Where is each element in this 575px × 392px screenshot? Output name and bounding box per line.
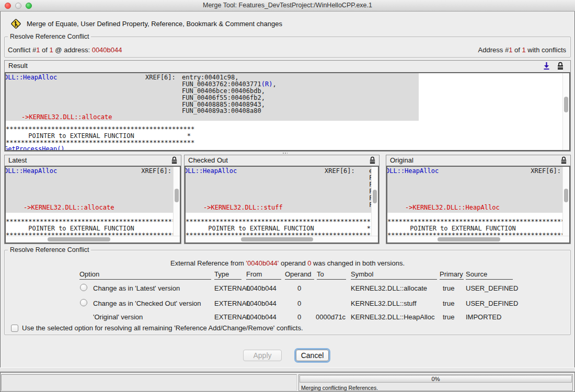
column-to: To <box>317 270 346 280</box>
original-vertical-scrollbar[interactable] <box>562 167 569 236</box>
latest-horizontal-scrollbar[interactable] <box>6 236 180 243</box>
xref-label: XREF[6]: <box>325 168 355 175</box>
lock-icon[interactable] <box>557 62 564 70</box>
apply-to-all-checkbox[interactable] <box>11 325 18 332</box>
goto-download-icon[interactable] <box>543 62 550 70</box>
merge-progress-bar: 0% <box>300 375 572 383</box>
reference-line: ->KERNEL32.DLL::HeapAlloc <box>405 204 500 211</box>
checked-out-horizontal-scrollbar[interactable] <box>186 236 378 243</box>
listing-symbol: DLL::HeapAlloc <box>5 74 57 81</box>
reference-line: ->KERNEL32.DLL::allocate <box>21 114 112 121</box>
address-counter: Address #1 of 1 with conflicts <box>478 46 566 54</box>
merge-tool-window: { "window": { "title": "Merge Tool: Feat… <box>0 0 575 392</box>
column-operand: Operand <box>285 270 314 280</box>
checked-out-listing: DLL::HeapAlloc XREF[6]: e F F F F F ->KE… <box>185 166 379 244</box>
merge-warning-icon <box>10 18 21 29</box>
reference-line: ->KERNEL32.DLL::allocate <box>24 204 114 211</box>
latest-listing: DLL::HeapAlloc XREF[6]: ->KERNEL32.DLL::… <box>5 166 181 244</box>
xref-label: XREF[6]: <box>141 168 171 175</box>
column-option: Option <box>79 270 211 280</box>
checked-out-panel: Checked Out DLL::HeapAlloc XREF[6]: e F … <box>184 155 380 244</box>
reference-line: ->KERNEL32.DLL::stuff <box>203 204 283 211</box>
column-source: Source <box>466 270 513 280</box>
result-listing: DLL::HeapAlloc XREF[6]: entry:00401c98, … <box>5 72 570 151</box>
splitter-handle[interactable] <box>282 152 288 154</box>
listing-footer-symbol: GetProcessHeap() <box>5 146 65 151</box>
checked-out-option-radio[interactable] <box>80 299 87 306</box>
title-bar: Merge Tool: Features_DevTestProject:/Win… <box>0 0 575 11</box>
status-message: Merging conflicting References. <box>301 385 378 391</box>
merge-phase-label: Merge of Equate, User Defined Property, … <box>27 20 282 28</box>
resolve-groupbox-title: Resolve Reference Conflict <box>8 246 91 253</box>
merge-phase-header: Merge of Equate, User Defined Property, … <box>10 18 282 29</box>
column-symbol: Symbol <box>351 270 437 280</box>
latest-vertical-scrollbar[interactable] <box>173 167 180 236</box>
column-option: Type <box>214 270 242 280</box>
apply-to-all-row: Use the selected option for resolving al… <box>11 324 303 332</box>
apply-to-all-label: Use the selected option for resolving al… <box>22 324 303 332</box>
status-left-panel <box>1 374 297 391</box>
lock-icon[interactable] <box>171 156 178 164</box>
checked-out-panel-title: Checked Out <box>188 156 228 164</box>
latest-option-radio[interactable] <box>80 284 87 291</box>
conflict-description: External Reference from '0040b044' opera… <box>5 259 570 267</box>
window-title: Merge Tool: Features_DevTestProject:/Win… <box>0 2 575 9</box>
conflict-groupbox-title: Resolve Reference Conflict <box>8 33 91 40</box>
cancel-button[interactable]: Cancel <box>296 350 329 361</box>
apply-button[interactable]: Apply <box>243 350 282 361</box>
column-from: From <box>246 270 281 280</box>
xref-label: XREF[6]: <box>531 168 561 175</box>
original-panel-title: Original <box>390 156 413 164</box>
conflict-info-groupbox: Resolve Reference Conflict Conflict #1 o… <box>4 37 571 57</box>
xref-line: FUN_004089a3:00408a80 <box>182 108 261 114</box>
result-vertical-scrollbar[interactable] <box>562 73 569 150</box>
column-primary: Primary <box>440 270 464 280</box>
latest-panel-title: Latest <box>8 156 27 164</box>
result-panel: Result DLL::HeapAlloc XREF[6]: entry:004… <box>4 60 571 152</box>
original-horizontal-scrollbar[interactable] <box>387 236 569 243</box>
resolve-options-groupbox: Resolve Reference Conflict External Refe… <box>4 250 571 335</box>
status-right-panel: 0% Merging conflicting References. <box>298 374 573 391</box>
xref-label: XREF[6]: <box>145 74 176 81</box>
latest-panel: Latest DLL::HeapAlloc XREF[6]: ->KERNEL3… <box>4 155 181 244</box>
lock-icon[interactable] <box>560 156 567 164</box>
original-listing: DLL::HeapAlloc XREF[6]: ->KERNEL32.DLL::… <box>386 166 570 244</box>
original-panel: Original DLL::HeapAlloc XREF[6]: ->KERNE… <box>386 155 571 244</box>
lock-icon[interactable] <box>369 156 376 164</box>
result-panel-title: Result <box>8 62 28 70</box>
status-divider <box>0 367 575 373</box>
checked-out-vertical-scrollbar[interactable] <box>371 167 378 236</box>
